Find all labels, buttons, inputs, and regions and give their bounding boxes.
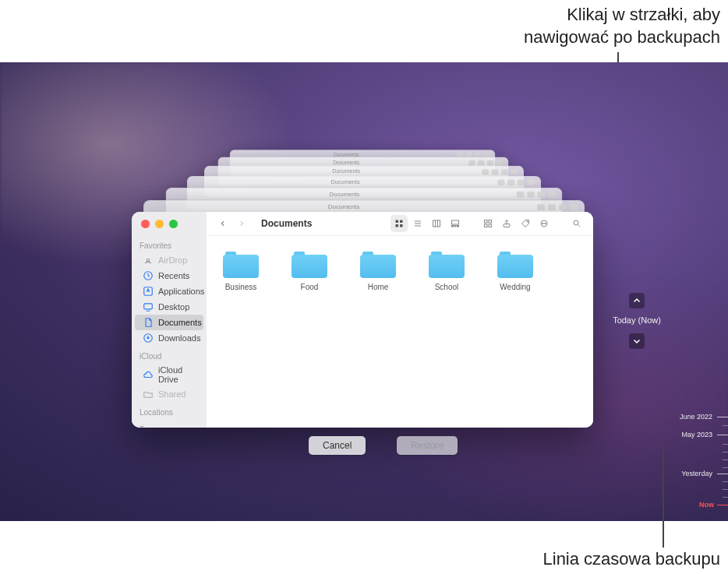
svg-rect-6 [400,220,403,224]
clock-icon [143,270,154,281]
downloads-icon [143,333,154,343]
tags-button[interactable] [517,215,534,232]
share-button[interactable] [498,215,515,232]
sidebar-locations-header: Locations [132,402,207,419]
finder-window: Favorites AirDrop Recents Applications [132,212,593,428]
sidebar-item-label: iCloud Drive [158,365,197,384]
finder-toolbar: Documents [207,212,593,236]
timeline-label: May 2023 [681,431,712,438]
zoom-window-button[interactable] [169,220,178,228]
svg-rect-16 [485,224,488,227]
sidebar-item-label: Shared [158,389,186,399]
back-button[interactable] [214,215,231,232]
view-gallery-button[interactable] [447,215,464,232]
cloud-icon [143,369,154,380]
folder-item[interactable]: Business [217,250,264,291]
folder-icon [429,250,465,278]
sidebar-item-recents[interactable]: Recents [135,268,203,283]
backup-navigation: Today (Now) [606,291,668,351]
folder-label: Food [301,283,319,291]
folder-label: Home [368,283,389,291]
timeline-label: June 2022 [680,413,712,421]
folder-item[interactable]: Wedding [492,250,539,291]
finder-content: Business Food Home School Wedding [207,236,593,428]
svg-rect-13 [458,226,459,227]
airdrop-icon [143,255,154,266]
svg-point-23 [546,224,546,224]
folder-item[interactable]: Food [286,250,333,291]
search-button[interactable] [568,215,585,232]
sidebar-item-applications[interactable]: Applications [135,283,203,299]
timeline-label: Yesterday [681,470,712,477]
svg-rect-11 [452,226,454,227]
folder-icon [360,250,396,278]
applications-icon [143,286,154,297]
svg-point-21 [542,224,543,224]
svg-rect-5 [396,220,399,224]
group-by-button[interactable] [479,215,497,232]
view-columns-button[interactable] [428,215,445,232]
sidebar-item-label: AirDrop [158,255,187,265]
sidebar-item-shared[interactable]: Shared [135,386,203,402]
cancel-button[interactable]: Cancel [309,436,366,455]
timeline-now-label: Now [699,501,714,509]
folder-item[interactable]: Home [355,250,401,291]
svg-rect-8 [400,224,403,227]
backup-timeline[interactable]: June 2022 May 2023 Yesterday Now [672,403,728,512]
callout-top: Klikaj w strzałki, aby nawigować po back… [330,4,720,48]
svg-point-22 [544,224,545,224]
sidebar-item-label: Recents [158,271,189,280]
window-traffic-lights[interactable] [141,220,178,228]
close-window-button[interactable] [141,220,150,228]
documents-icon [143,317,154,328]
svg-rect-10 [452,220,459,224]
sidebar-item-label: Desktop [158,302,189,312]
svg-rect-9 [433,220,440,227]
finder-sidebar: Favorites AirDrop Recents Applications [132,212,207,428]
sidebar-item-label: Documents [158,318,202,327]
svg-point-19 [527,221,528,223]
window-title: Documents [261,218,312,229]
svg-rect-15 [489,220,492,224]
callout-bottom: Linia czasowa backupu [408,548,720,571]
action-menu-button[interactable] [535,215,553,232]
view-icons-button[interactable] [391,215,408,232]
sidebar-item-icloud-drive[interactable]: iCloud Drive [135,363,203,386]
folder-icon [292,250,327,278]
folder-item[interactable]: School [423,250,470,291]
forward-button[interactable] [233,215,250,232]
callout-top-text: Klikaj w strzałki, aby nawigować po back… [524,5,720,47]
folder-label: Business [225,283,257,291]
svg-rect-14 [485,220,488,224]
svg-rect-17 [489,224,492,227]
svg-point-24 [574,220,578,225]
sidebar-icloud-header: iCloud [132,346,207,363]
svg-rect-12 [454,226,456,227]
previous-backup-button[interactable] [629,293,645,308]
sidebar-item-downloads[interactable]: Downloads [135,330,203,346]
svg-rect-3 [144,304,153,309]
shared-folder-icon [143,389,154,400]
restore-button[interactable]: Restore [397,436,458,455]
sidebar-item-label: Applications [158,287,204,296]
sidebar-item-label: Downloads [158,333,200,343]
time-machine-desktop: Documents Documents Documents Documents … [0,62,728,521]
action-buttons: Cancel Restore [309,436,458,455]
desktop-icon [143,301,154,312]
sidebar-item-desktop[interactable]: Desktop [135,299,203,315]
current-backup-label: Today (Now) [613,315,661,325]
finder-main: Documents [207,212,593,428]
sidebar-tags-header: Tags [132,419,207,428]
sidebar-item-documents[interactable]: Documents [135,315,203,330]
folder-icon [497,250,533,278]
folder-label: School [435,283,459,291]
next-backup-button[interactable] [629,333,645,349]
view-list-button[interactable] [409,215,426,232]
folder-icon [223,250,259,278]
svg-rect-7 [396,224,399,227]
callout-bottom-text: Linia czasowa backupu [543,549,720,569]
view-mode-group [391,215,464,232]
minimize-window-button[interactable] [155,220,164,228]
sidebar-item-airdrop[interactable]: AirDrop [135,252,203,268]
folder-label: Wedding [500,283,530,291]
